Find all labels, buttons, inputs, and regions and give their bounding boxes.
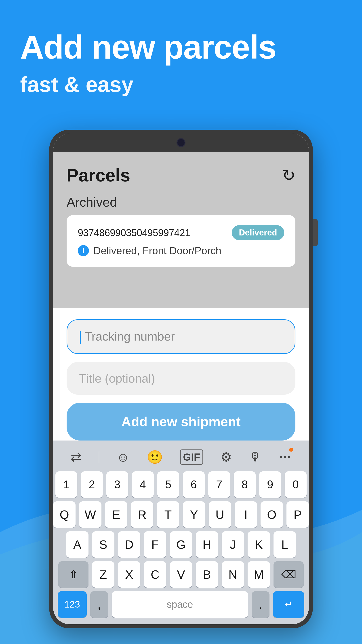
key-s[interactable]: S bbox=[92, 531, 114, 558]
space-label: space bbox=[167, 599, 193, 610]
key-b[interactable]: B bbox=[196, 561, 218, 588]
key-n[interactable]: N bbox=[222, 561, 244, 588]
key-c[interactable]: C bbox=[144, 561, 166, 588]
emoji-icon[interactable]: ☺ bbox=[116, 450, 130, 464]
hero-section: Add new parcels fast & easy bbox=[20, 29, 276, 97]
key-7[interactable]: 7 bbox=[208, 471, 230, 498]
title-input[interactable]: Title (optional) bbox=[67, 362, 295, 395]
parcel-detail-row: i Delivered, Front Door/Porch bbox=[78, 245, 284, 257]
shift-key[interactable]: ⇧ bbox=[58, 561, 88, 588]
key-k[interactable]: K bbox=[248, 531, 270, 558]
delivered-badge: Delivered bbox=[232, 225, 284, 240]
toolbar-divider bbox=[99, 452, 99, 463]
hero-subtitle: fast & easy bbox=[20, 72, 276, 97]
key-8[interactable]: 8 bbox=[234, 471, 256, 498]
key-0[interactable]: 0 bbox=[285, 471, 307, 498]
refresh-icon[interactable]: ↻ bbox=[282, 166, 295, 185]
phone-screen: Parcels ↻ Archived 937486990350495997421… bbox=[53, 134, 309, 624]
app-title: Parcels bbox=[67, 165, 130, 186]
key-w[interactable]: W bbox=[79, 501, 101, 528]
key-h[interactable]: H bbox=[196, 531, 218, 558]
key-z[interactable]: Z bbox=[92, 561, 114, 588]
key-i[interactable]: I bbox=[235, 501, 257, 528]
return-key[interactable]: ↵ bbox=[273, 591, 304, 618]
tracking-placeholder: Tracking number bbox=[85, 330, 175, 343]
gif-icon[interactable]: GIF bbox=[180, 450, 203, 465]
app-content-area: Parcels ↻ Archived 937486990350495997421… bbox=[53, 152, 309, 308]
key-u[interactable]: U bbox=[209, 501, 231, 528]
key-y[interactable]: Y bbox=[183, 501, 205, 528]
key-4[interactable]: 4 bbox=[132, 471, 154, 498]
tracking-number: 937486990350495997421 bbox=[78, 227, 190, 238]
key-a[interactable]: A bbox=[66, 531, 88, 558]
title-placeholder: Title (optional) bbox=[79, 372, 155, 385]
add-shipment-button[interactable]: Add new shipment bbox=[67, 403, 295, 440]
backspace-key[interactable]: ⌫ bbox=[274, 561, 304, 588]
keyboard: ⇄ ☺ 🙂 GIF ⚙ 🎙 ··· 1 2 3 4 5 6 bbox=[53, 440, 309, 624]
key-x[interactable]: X bbox=[118, 561, 140, 588]
numeric-switch-key[interactable]: 123 bbox=[58, 591, 87, 618]
mic-icon[interactable]: 🎙 bbox=[249, 450, 262, 464]
tracking-number-input[interactable]: Tracking number bbox=[67, 319, 295, 354]
key-9[interactable]: 9 bbox=[259, 471, 281, 498]
key-m[interactable]: M bbox=[248, 561, 270, 588]
parcel-card: 937486990350495997421 Delivered i Delive… bbox=[67, 215, 295, 267]
key-t[interactable]: T bbox=[157, 501, 179, 528]
translate-icon[interactable]: ⇄ bbox=[71, 450, 81, 465]
key-v[interactable]: V bbox=[170, 561, 192, 588]
key-2[interactable]: 2 bbox=[81, 471, 103, 498]
settings-icon[interactable]: ⚙ bbox=[220, 450, 232, 465]
key-q[interactable]: Q bbox=[53, 501, 75, 528]
app-header: Parcels ↻ bbox=[67, 165, 295, 186]
key-l[interactable]: L bbox=[274, 531, 296, 558]
key-6[interactable]: 6 bbox=[183, 471, 205, 498]
side-button bbox=[313, 219, 318, 246]
key-r[interactable]: R bbox=[131, 501, 153, 528]
key-p[interactable]: P bbox=[287, 501, 309, 528]
sticker-icon[interactable]: 🙂 bbox=[147, 450, 163, 465]
section-label: Archived bbox=[67, 194, 295, 210]
asdf-row: A S D F G H J K L bbox=[55, 531, 307, 558]
more-icon[interactable]: ··· bbox=[279, 450, 291, 464]
number-row: 1 2 3 4 5 6 7 8 9 0 bbox=[55, 471, 307, 498]
qwerty-row: Q W E R T Y U I O P bbox=[55, 501, 307, 528]
key-3[interactable]: 3 bbox=[106, 471, 128, 498]
key-j[interactable]: J bbox=[222, 531, 244, 558]
key-g[interactable]: G bbox=[170, 531, 192, 558]
phone-frame: Parcels ↻ Archived 937486990350495997421… bbox=[49, 130, 313, 628]
comma-key[interactable]: , bbox=[90, 591, 108, 618]
parcel-detail-text: Delivered, Front Door/Porch bbox=[93, 245, 221, 257]
parcel-row: 937486990350495997421 Delivered bbox=[78, 225, 284, 240]
camera-dot bbox=[177, 139, 185, 146]
hero-title: Add new parcels bbox=[20, 29, 276, 66]
period-key[interactable]: . bbox=[252, 591, 270, 618]
key-o[interactable]: O bbox=[261, 501, 283, 528]
bottom-sheet: Tracking number Title (optional) Add new… bbox=[53, 308, 309, 440]
bottom-row: 123 , space . ↵ bbox=[55, 591, 307, 618]
cursor bbox=[80, 331, 81, 344]
space-key[interactable]: space bbox=[112, 591, 248, 618]
key-e[interactable]: E bbox=[105, 501, 127, 528]
key-1[interactable]: 1 bbox=[55, 471, 77, 498]
zxcv-row: ⇧ Z X C V B N M ⌫ bbox=[55, 561, 307, 588]
info-icon: i bbox=[78, 245, 89, 256]
key-5[interactable]: 5 bbox=[157, 471, 179, 498]
keyboard-toolbar: ⇄ ☺ 🙂 GIF ⚙ 🎙 ··· bbox=[55, 445, 307, 469]
key-f[interactable]: F bbox=[144, 531, 166, 558]
phone-notch bbox=[53, 134, 309, 152]
key-d[interactable]: D bbox=[118, 531, 140, 558]
phone-mockup: Parcels ↻ Archived 937486990350495997421… bbox=[49, 130, 313, 628]
